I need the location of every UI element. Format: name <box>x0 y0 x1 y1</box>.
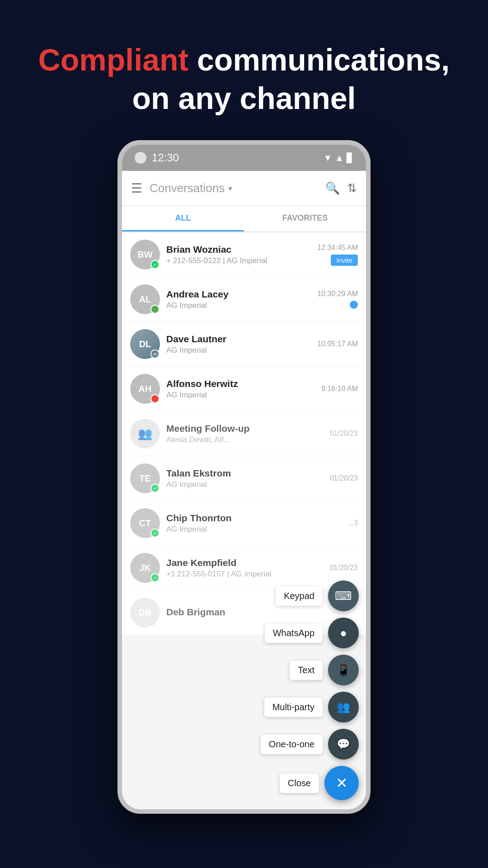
contact-sub: + 212-555-0122 | AG Imperial <box>166 256 317 265</box>
list-item[interactable]: AL Andrea Lacey AG Imperial 10:30:29 AM <box>122 277 366 322</box>
contact-sub: AG Imperial <box>166 391 321 400</box>
fab-close-row[interactable]: Close ✕ <box>280 766 359 800</box>
contact-name: Alfonso Herwitz <box>166 378 321 389</box>
fab-option-onetoone[interactable]: One-to-one 💬 <box>261 729 359 760</box>
hero-rest-text: communications, <box>188 42 450 77</box>
contact-name: Talan Ekstrom <box>166 468 330 479</box>
status-time: 12:30 <box>152 151 179 164</box>
app-bar: ☰ Conversations ▾ 🔍 ⇅ <box>122 171 366 206</box>
list-item[interactable]: AH Alfonso Herwitz AG Imperial 9:16:10 A… <box>122 367 366 411</box>
status-bar: 12:30 ▼ ▲ ▊ <box>122 145 366 171</box>
hero-red-text: Compliant <box>38 42 188 77</box>
contact-info: Brian Wozniac + 212-555-0122 | AG Imperi… <box>166 244 317 265</box>
contact-info: Dave Lautner AG Imperial <box>166 334 317 355</box>
contact-sub: Alesia Dewitt, Alf... <box>166 435 330 444</box>
phone-frame: 12:30 ▼ ▲ ▊ ☰ Conversations ▾ 🔍 ⇅ ALL <box>0 140 488 814</box>
contact-info: Alfonso Herwitz AG Imperial <box>166 378 321 400</box>
filter-icon[interactable]: ⇅ <box>347 181 357 195</box>
list-item[interactable]: TE ✓ Talan Ekstrom AG Imperial 01/20/23 <box>122 456 366 501</box>
fab-onetoone-label: One-to-one <box>261 735 323 754</box>
list-item[interactable]: CT ✓ Chip Thonrton AG Imperial ...3 <box>122 501 366 546</box>
contact-sub: +1 212-555-0157 | AG Imperial <box>166 570 330 579</box>
fab-multiparty-button[interactable]: 👥 <box>328 692 359 722</box>
fab-keypad-button[interactable]: ⌨ <box>328 580 359 611</box>
contact-meta: 10:30:29 AM <box>317 290 358 309</box>
fab-onetoone-button[interactable]: 💬 <box>328 729 359 760</box>
contact-name: Jane Kempfield <box>166 557 330 568</box>
phone-screen: 12:30 ▼ ▲ ▊ ☰ Conversations ▾ 🔍 ⇅ ALL <box>117 140 371 814</box>
fab-close-button[interactable]: ✕ <box>324 766 359 800</box>
avatar: DL ✉ <box>130 329 160 359</box>
contact-name: Chip Thonrton <box>166 513 348 524</box>
tab-favorites[interactable]: FAVORITES <box>244 206 366 231</box>
contact-list: BW ✓ Brian Wozniac + 212-555-0122 | AG I… <box>122 232 366 635</box>
signal-icon: ▲ <box>335 153 344 163</box>
contact-meta: 01/20/23 <box>330 564 358 572</box>
avatar: AL <box>130 284 160 314</box>
fab-whatsapp-label: WhatsApp <box>265 623 323 643</box>
contact-name: Meeting Follow-up <box>166 423 330 434</box>
avatar: TE ✓ <box>130 463 160 493</box>
tab-all[interactable]: ALL <box>122 206 244 231</box>
contact-name: Andrea Lacey <box>166 289 317 300</box>
contact-time: 9:16:10 AM <box>321 385 358 392</box>
dropdown-icon: ▾ <box>228 184 232 193</box>
fab-option-whatsapp[interactable]: WhatsApp ● <box>265 618 359 648</box>
contact-meta: 01/20/23 <box>330 429 358 438</box>
contact-name: Dave Lautner <box>166 334 317 344</box>
list-item[interactable]: 👥 Meeting Follow-up Alesia Dewitt, Alf..… <box>122 411 366 456</box>
contact-time: 10:30:29 AM <box>317 290 358 298</box>
avatar: JK ✓ <box>130 553 160 583</box>
wifi-icon: ▼ <box>323 153 332 163</box>
contact-time: 10:05:17 AM <box>317 340 358 348</box>
unread-indicator <box>350 301 358 309</box>
fab-option-keypad[interactable]: Keypad ⌨ <box>276 580 359 611</box>
fab-whatsapp-button[interactable]: ● <box>328 618 359 648</box>
contact-meta: 01/20/23 <box>330 474 358 482</box>
hero-section: Compliant communications, on any channel <box>0 0 488 140</box>
contact-date: 01/20/23 <box>330 429 358 437</box>
fab-text-button[interactable]: 📱 <box>328 655 359 685</box>
list-item[interactable]: DL ✉ Dave Lautner AG Imperial 10:05:17 A… <box>122 322 366 367</box>
contact-meta: 10:05:17 AM <box>317 340 358 348</box>
app-title[interactable]: Conversations ▾ <box>150 181 318 195</box>
app-title-text: Conversations <box>150 181 225 195</box>
contact-info: Chip Thonrton AG Imperial <box>166 513 348 534</box>
avatar: CT ✓ <box>130 508 160 538</box>
contact-meta: ...3 <box>348 519 358 527</box>
hero-line2: on any channel <box>132 81 356 115</box>
contact-meta: 12:34:45 AM Invite <box>317 244 358 266</box>
fab-close-label: Close <box>280 774 319 793</box>
avatar: 👥 <box>130 419 160 448</box>
invite-badge[interactable]: Invite <box>331 255 358 266</box>
battery-icon: ▊ <box>347 152 353 163</box>
fab-text-label: Text <box>290 660 323 680</box>
avatar: BW ✓ <box>130 240 160 269</box>
fab-multiparty-label: Multi-party <box>264 698 323 717</box>
contact-date: ...3 <box>348 519 358 527</box>
avatar: AH <box>130 374 160 404</box>
contact-info: Meeting Follow-up Alesia Dewitt, Alf... <box>166 423 330 444</box>
contact-meta: 9:16:10 AM <box>321 385 358 393</box>
search-icon[interactable]: 🔍 <box>325 181 340 195</box>
contact-sub: AG Imperial <box>166 346 317 355</box>
fab-keypad-label: Keypad <box>276 586 323 606</box>
menu-icon[interactable]: ☰ <box>131 181 142 196</box>
contact-info: Andrea Lacey AG Imperial <box>166 289 317 310</box>
contact-sub: AG Imperial <box>166 525 348 534</box>
contact-date: 01/20/23 <box>330 474 358 482</box>
contact-info: Talan Ekstrom AG Imperial <box>166 468 330 489</box>
contact-sub: AG Imperial <box>166 480 330 489</box>
avatar: DB <box>130 598 160 627</box>
fab-option-multiparty[interactable]: Multi-party 👥 <box>264 692 359 722</box>
contact-time: 12:34:45 AM <box>317 244 358 252</box>
fab-container: Keypad ⌨ WhatsApp ● Text 📱 Multi-party 👥… <box>261 580 359 800</box>
fab-option-text[interactable]: Text 📱 <box>290 655 359 685</box>
list-item[interactable]: BW ✓ Brian Wozniac + 212-555-0122 | AG I… <box>122 232 366 277</box>
contact-date: 01/20/23 <box>330 564 358 571</box>
contact-info: Jane Kempfield +1 212-555-0157 | AG Impe… <box>166 557 330 579</box>
contact-sub: AG Imperial <box>166 301 317 310</box>
tabs-bar: ALL FAVORITES <box>122 206 366 232</box>
contact-name: Brian Wozniac <box>166 244 317 255</box>
